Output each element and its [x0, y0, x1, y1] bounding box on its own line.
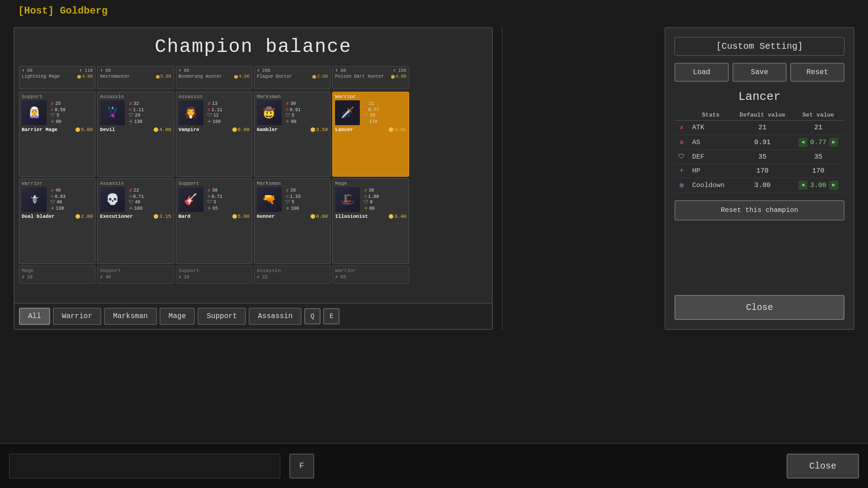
champion-card-gunner[interactable]: Marksman 🔫 ✗20 ≋1.33 🛡5 +100 Gunner 0.00: [254, 178, 330, 263]
host-label: [Host] Goldberg: [18, 5, 108, 17]
champion-card-barrier-mage[interactable]: Support 🧝‍♀️ ✗25 ✗0.59 🛡5 +90 Barrier Ma…: [19, 92, 95, 177]
selected-champion-title: Lancer: [675, 90, 844, 103]
stats-col-label-header: Stats: [689, 110, 733, 121]
filter-e-btn[interactable]: E: [323, 308, 340, 324]
card-top-empty: [411, 66, 487, 89]
champion-sprite-devil: 🦹: [100, 100, 125, 125]
cd-increase-btn[interactable]: ►: [829, 181, 838, 190]
stats-col-set-header: Set value: [792, 110, 844, 121]
filter-support-btn[interactable]: Support: [198, 308, 246, 325]
filter-bar: All Warrior Marksman Mage Support Assass…: [14, 303, 492, 329]
stat-row-cooldown: ⊙ Cooldown 3.00 ◄ 3.00 ►: [675, 178, 844, 193]
bottom-area: F Close: [0, 443, 868, 488]
champion-card-bard[interactable]: Support 🎸 ✗30 ≋0.71 🛡3 +65 Bard 5.00: [176, 178, 252, 263]
card-top-1[interactable]: ⬆ 88⬆ 110 Lightning Mage 4.00: [19, 66, 95, 89]
champion-sprite-barrier-mage: 🧝‍♀️: [22, 100, 47, 125]
champion-card-partial-5[interactable]: Warrior ✗ 65: [332, 266, 409, 284]
card-empty-r2c6: [411, 178, 487, 263]
chat-input[interactable]: [9, 454, 280, 479]
champion-sprite-bard: 🎸: [179, 187, 203, 212]
card-top-2[interactable]: ⬆ 88 Necromancer 5.00: [97, 66, 174, 89]
reset-btn[interactable]: Reset: [790, 63, 844, 82]
champion-sprite-gambler: 🤠: [257, 100, 282, 125]
champion-panel: Champion balance ⬆ 88⬆ 110 Lightning Mag…: [14, 27, 493, 330]
champion-sprite-gunner: 🔫: [257, 187, 282, 212]
card-top-3[interactable]: ⬆ 88 Boomerang Hunter 4.00: [176, 66, 252, 89]
stat-row-def: 🛡 DEF 35 35: [675, 150, 844, 164]
save-btn[interactable]: Save: [732, 63, 787, 82]
stats-col-icon-header: [675, 110, 689, 121]
right-panel: [Custom Setting] Load Save Reset Lancer …: [665, 27, 854, 330]
card-top-5[interactable]: ⬆ 88⬆ 150 Poison Dart Hunter 4.00: [332, 66, 409, 89]
card-top-4[interactable]: ⬆ 200 Plague Doctor 2.00: [254, 66, 330, 89]
card-empty-r1c6: [411, 92, 487, 177]
champion-card-partial-1[interactable]: Mage ✗ 10: [19, 266, 95, 284]
stat-row-hp: + HP 170 170: [675, 164, 844, 178]
champion-card-gambler[interactable]: Marksman 🤠 ✗30 ≋0.91 🛡5 +90 Gambler 3.50: [254, 92, 330, 177]
stats-col-default-header: Default value: [733, 110, 792, 121]
champions-grid: Support 🧝‍♀️ ✗25 ✗0.59 🛡5 +90 Barrier Ma…: [14, 89, 492, 328]
f-key-btn[interactable]: F: [289, 454, 314, 479]
as-decrease-btn[interactable]: ◄: [798, 138, 807, 147]
champion-card-dual-blader[interactable]: Warrior 🗡 ✗40 ≋0.83 🛡40 +130 Dual blader…: [19, 178, 95, 263]
champion-sprite-illusionist: 🎩: [335, 187, 360, 212]
custom-setting-title: [Custom Setting]: [675, 37, 844, 56]
champion-card-devil[interactable]: Assassin 🦹 ✗32 ≋1.11 🛡20 +130 Devil 4.00: [97, 92, 174, 177]
filter-marksman-btn[interactable]: Marksman: [104, 308, 157, 325]
champion-sprite-executioner: 💀: [100, 187, 125, 212]
action-buttons: Load Save Reset: [675, 63, 844, 82]
champion-sprite-lancer: 🗡️: [335, 100, 360, 125]
champion-card-executioner[interactable]: Assassin 💀 ✗22 ≋0.71 🛡40 +180 Executione…: [97, 178, 174, 263]
bottom-close-btn[interactable]: Close: [787, 454, 859, 479]
champion-sprite-dual-blader: 🗡: [22, 187, 47, 212]
reset-champion-btn[interactable]: Reset this champion: [675, 200, 844, 221]
champion-card-partial-3[interactable]: Support ✗ 20: [176, 266, 252, 284]
filter-q-btn[interactable]: Q: [304, 308, 321, 324]
champion-card-illusionist[interactable]: Mage 🎩 ✗30 ≋1.00 🛡0 +80 Illusionist 3.40: [332, 178, 409, 263]
stat-row-as: ≋ AS 0.91 ◄ 0.77 ►: [675, 135, 844, 150]
champion-card-lancer[interactable]: Warrior 🗡️ ✗21 ≋0.77 🛡35 +170 Lancer 3.0…: [332, 92, 409, 177]
filter-warrior-btn[interactable]: Warrior: [53, 308, 101, 325]
champion-sprite-vampire: 🧛: [179, 100, 203, 125]
cd-decrease-btn[interactable]: ◄: [798, 181, 807, 190]
stat-row-atk: ✗ ATK 21 21: [675, 121, 844, 135]
champion-card-partial-4[interactable]: Assassin ✗ 22: [254, 266, 330, 284]
divider: [502, 27, 503, 330]
champion-card-vampire[interactable]: Assassin 🧛 ✗13 ≋1.11 🛡12 +160 Vampire 0.…: [176, 92, 252, 177]
filter-all-btn[interactable]: All: [19, 308, 50, 325]
stats-table: Stats Default value Set value ✗ ATK 21 2…: [675, 110, 844, 193]
panel-title: Champion balance: [14, 28, 492, 64]
filter-assassin-btn[interactable]: Assassin: [249, 308, 302, 325]
as-increase-btn[interactable]: ►: [829, 138, 838, 147]
close-btn[interactable]: Close: [675, 295, 844, 320]
champion-card-partial-2[interactable]: Support ✗ 40: [97, 266, 174, 284]
filter-mage-btn[interactable]: Mage: [160, 308, 195, 325]
load-btn[interactable]: Load: [675, 63, 729, 82]
